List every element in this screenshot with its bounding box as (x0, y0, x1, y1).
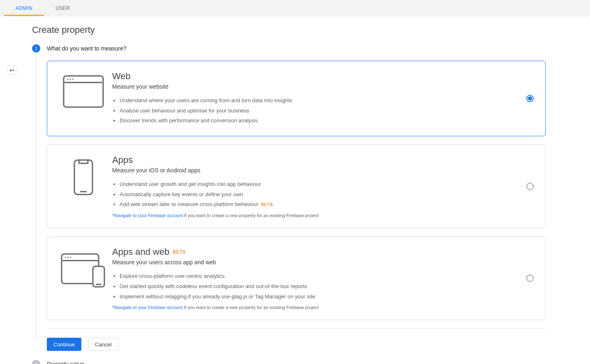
page-title: Create property (32, 25, 546, 35)
svg-point-10 (68, 257, 69, 258)
step-1-badge: 1 (32, 44, 40, 53)
option-apps-bullet: Add web stream later to measure cross-pl… (120, 199, 509, 210)
option-apps-bullet: Automatically capture key events or defi… (120, 190, 509, 200)
step-1-label: What do you want to measure? (47, 45, 127, 52)
option-apps-radio[interactable] (526, 183, 534, 190)
option-card-apps-and-web[interactable]: Apps and web BETA Measure your users acr… (47, 236, 546, 320)
option-card-web[interactable]: Web Measure your website Understand wher… (47, 61, 546, 136)
beta-badge: BETA (173, 249, 186, 255)
step-2-badge: 2 (32, 360, 40, 364)
option-appsweb-bullet: Implement without retagging if you alrea… (120, 292, 509, 302)
option-appsweb-radio[interactable] (526, 275, 534, 282)
back-button[interactable]: ↩ (7, 66, 16, 75)
option-web-title: Web (112, 71, 509, 82)
svg-point-11 (70, 257, 71, 258)
firebase-note: *Navigate to your Firebase account if yo… (112, 213, 509, 218)
option-appsweb-bullet: Get started quickly with codeless event … (120, 282, 509, 292)
option-web-radio[interactable] (526, 95, 534, 102)
svg-point-9 (65, 257, 67, 258)
svg-point-2 (67, 79, 69, 80)
svg-rect-5 (74, 160, 92, 195)
option-appsweb-subtitle: Measure your users across app and web (112, 259, 509, 266)
back-arrow-icon: ↩ (9, 67, 14, 73)
phone-icon (59, 155, 108, 196)
cancel-button[interactable]: Cancel (88, 338, 118, 351)
option-web-bullet: Understand where your users are coming f… (120, 96, 509, 106)
option-web-subtitle: Measure your website (112, 83, 509, 90)
option-apps-subtitle: Measure your iOS or Android apps (112, 167, 509, 174)
top-tabs: ADMIN USER (0, 0, 590, 16)
stepper-line (36, 55, 37, 340)
browser-phone-icon (59, 247, 108, 288)
option-apps-title: Apps (112, 155, 509, 165)
firebase-link[interactable]: *Navigate to your Firebase account (112, 213, 183, 218)
tab-user[interactable]: USER (44, 0, 81, 16)
tab-admin[interactable]: ADMIN (4, 0, 44, 16)
step-2-header: 2 Property setup (32, 360, 546, 364)
option-web-bullet: Analyse user behaviour and optimise for … (120, 106, 509, 116)
firebase-link[interactable]: *Navigate to your Firebase account (112, 305, 183, 310)
svg-point-3 (70, 79, 71, 80)
beta-badge: BETA (261, 202, 273, 207)
option-web-bullet: Discover trends with performance and con… (120, 116, 509, 126)
divider (47, 328, 546, 329)
step-2-label: Property setup (47, 361, 84, 364)
svg-point-4 (72, 79, 74, 80)
option-appsweb-bullet: Explore cross-platform user-centric anal… (120, 271, 509, 282)
left-gutter: ↩ (0, 16, 32, 364)
browser-window-icon (59, 71, 108, 108)
firebase-note: *Navigate to your Firebase account if yo… (112, 305, 509, 310)
action-row: Continue Cancel (47, 338, 546, 351)
option-apps-bullet: Understand user growth and get insights … (120, 179, 509, 190)
step-1-header: 1 What do you want to measure? (32, 44, 546, 53)
option-appsweb-title: Apps and web BETA (112, 247, 509, 257)
stepper: 1 What do you want to measure? (32, 44, 546, 364)
continue-button[interactable]: Continue (47, 338, 81, 351)
option-card-apps[interactable]: Apps Measure your iOS or Android apps Un… (47, 144, 546, 228)
svg-rect-0 (64, 76, 103, 107)
